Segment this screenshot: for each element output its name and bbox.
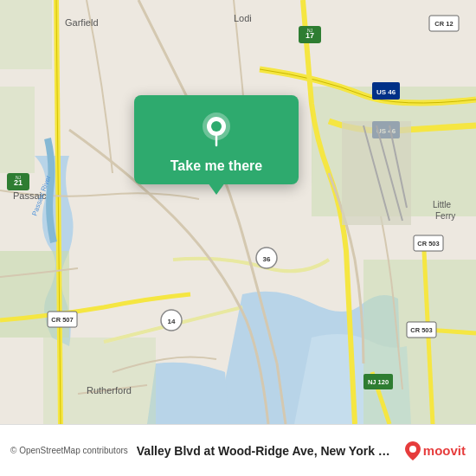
- svg-text:Rutherford: Rutherford: [87, 385, 132, 396]
- svg-text:NJ: NJ: [16, 175, 22, 180]
- svg-rect-6: [0, 87, 35, 173]
- location-pin-icon: [197, 111, 235, 149]
- svg-text:CR 503: CR 503: [410, 326, 432, 334]
- map-container: 21 NJ 17 NJ US 46 US 46 CR 507 36 14 CR …: [0, 0, 476, 424]
- moovit-pin-icon: [405, 441, 421, 460]
- svg-text:Garfield: Garfield: [65, 17, 99, 28]
- take-me-there-button[interactable]: Take me there: [170, 158, 262, 174]
- svg-text:Little: Little: [433, 200, 452, 209]
- location-name: Valley Blvd at Wood-Ridge Ave, New York …: [137, 444, 396, 458]
- svg-text:US 46: US 46: [376, 88, 396, 96]
- svg-text:CR 507: CR 507: [51, 316, 73, 324]
- svg-rect-3: [0, 0, 52, 69]
- svg-text:Lodi: Lodi: [234, 13, 252, 23]
- svg-text:NJ 120: NJ 120: [368, 378, 389, 386]
- svg-text:NJ: NJ: [307, 28, 313, 33]
- svg-text:36: 36: [263, 255, 271, 263]
- moovit-brand-text: moovit: [423, 443, 466, 458]
- svg-text:CR 12: CR 12: [434, 20, 453, 28]
- svg-point-45: [409, 446, 416, 453]
- map-background: 21 NJ 17 NJ US 46 US 46 CR 507 36 14 CR …: [0, 0, 476, 424]
- moovit-logo: moovit: [405, 441, 466, 460]
- osm-attribution: © OpenStreetMap contributors: [10, 446, 128, 455]
- svg-point-44: [211, 121, 222, 132]
- popup-card[interactable]: Take me there: [134, 95, 299, 184]
- svg-text:14: 14: [168, 318, 176, 325]
- bottom-bar: © OpenStreetMap contributors Valley Blvd…: [0, 424, 476, 476]
- svg-text:Ferry: Ferry: [435, 211, 455, 221]
- svg-text:CR 503: CR 503: [417, 240, 439, 248]
